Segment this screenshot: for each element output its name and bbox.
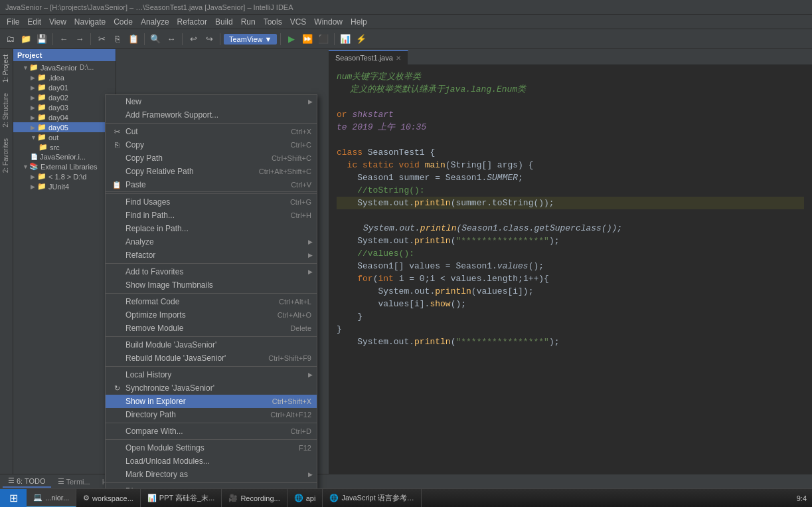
toolbar-save[interactable]: 💾 (35, 32, 49, 47)
menu-item-refactor[interactable]: Refactor (106, 249, 317, 262)
menu-navigate[interactable]: Navigate (70, 16, 110, 28)
toolbar-paste[interactable]: 📋 (126, 32, 141, 47)
menu-item-add-favorites[interactable]: Add to Favorites (106, 265, 317, 278)
toolbar-find[interactable]: 🔍 (148, 32, 163, 47)
tab-project[interactable]: 1: Project (0, 49, 13, 88)
menu-item-load-modules[interactable]: Load/Unload Modules... (106, 455, 317, 468)
code-line-4: or shkstart (337, 108, 804, 121)
toolbar-replace[interactable]: ↔ (164, 32, 179, 47)
toolbar-debug[interactable]: ⏩ (300, 32, 315, 47)
windows-start-button[interactable]: ⊞ (0, 489, 27, 508)
menu-item-compare-with[interactable]: Compare With... Ctrl+D (106, 425, 317, 438)
menu-item-new[interactable]: New (106, 95, 317, 108)
menu-build[interactable]: Build (211, 16, 237, 28)
taskbar-item-javassenior[interactable]: 💻 ...nior... (27, 489, 76, 508)
menu-item-reformat[interactable]: Reformat Code Ctrl+Alt+L (106, 295, 317, 308)
menu-item-find-usages[interactable]: Find Usages Ctrl+G (106, 195, 317, 209)
menu-item-rebuild-module[interactable]: Rebuild Module 'JavaSenior' Ctrl+Shift+F… (106, 352, 317, 365)
toolbar-coverage[interactable]: 📊 (338, 32, 353, 47)
tree-item-junit4[interactable]: ▶ 📁 JUnit4 (13, 181, 116, 191)
toolbar-new-project[interactable]: 🗂 (3, 32, 17, 47)
taskbar-item-workspace[interactable]: ⚙ workspace... (76, 489, 141, 508)
rebuild-shortcut: Ctrl+Shift+F9 (268, 354, 311, 362)
tree-item-day02[interactable]: ▶ 📁 day02 (13, 92, 116, 102)
new-label: New (125, 97, 311, 106)
menu-item-copy-relative-path[interactable]: Copy Relative Path Ctrl+Alt+Shift+C (106, 165, 317, 178)
menu-item-cut[interactable]: ✂ Cut Ctrl+X (106, 125, 317, 138)
toolbar-undo[interactable]: ↩ (186, 32, 201, 47)
menu-item-add-framework[interactable]: Add Framework Support... (106, 108, 317, 122)
code-text: values[i].show(); (337, 298, 466, 310)
menu-window[interactable]: Window (310, 16, 347, 28)
menu-item-find-in-path[interactable]: Find in Path... Ctrl+H (106, 209, 317, 222)
menu-item-show-explorer[interactable]: Show in Explorer Ctrl+Shift+X (106, 395, 317, 408)
tree-item-javassenior-iml[interactable]: 📄 JavaSenior.i... (13, 152, 116, 161)
tree-item-idea[interactable]: ▶ 📁 .idea (13, 72, 116, 82)
taskbar-item-ppt[interactable]: 📊 PPT 高硅谷_末... (141, 489, 222, 508)
toolbar-back[interactable]: ← (56, 32, 71, 47)
tree-item-day03[interactable]: ▶ 📁 day03 (13, 102, 116, 112)
tab-close-button[interactable]: ✕ (396, 54, 401, 62)
toolbar-open[interactable]: 📁 (19, 32, 33, 47)
menu-item-local-history[interactable]: Local History (106, 368, 317, 381)
menu-item-analyze[interactable]: Analyze (106, 235, 317, 249)
menu-item-replace-in-path[interactable]: Replace in Path... (106, 222, 317, 235)
menu-item-copy-path[interactable]: Copy Path Ctrl+Shift+C (106, 152, 317, 165)
taskbar-item-recording[interactable]: 🎥 Recording... (222, 489, 287, 508)
menu-tools[interactable]: Tools (260, 16, 286, 28)
toolbar: 🗂 📁 💾 ← → ✂ ⎘ 📋 🔍 ↔ ↩ ↪ TeamView ▼ ▶ ⏩ ⬛… (0, 29, 812, 49)
menu-item-optimize-imports[interactable]: Optimize Imports Ctrl+Alt+O (106, 308, 317, 322)
toolbar-run[interactable]: ▶ (284, 32, 299, 47)
taskbar-item-javascript[interactable]: 🌐 JavaScript 语言参考… (323, 489, 421, 508)
menu-item-paste[interactable]: 📋 Paste Ctrl+V (106, 178, 317, 192)
tab-structure[interactable]: 2: Structure (0, 88, 13, 133)
menu-item-remove-module[interactable]: Remove Module Delete (106, 322, 317, 335)
taskbar-item-api[interactable]: 🌐 api (287, 489, 323, 508)
toolbar-redo[interactable]: ↪ (202, 32, 216, 47)
toolbar-cut[interactable]: ✂ (94, 32, 109, 47)
menu-vcs[interactable]: VCS (286, 16, 311, 28)
add-framework-label: Add Framework Support... (125, 110, 311, 120)
menu-item-mark-directory[interactable]: Mark Directory as (106, 468, 317, 481)
tree-item-external-libs[interactable]: ▼ 📚 External Libraries (13, 161, 116, 171)
menu-item-copy[interactable]: ⎘ Copy Ctrl+C (106, 138, 317, 152)
menu-view[interactable]: View (45, 16, 70, 28)
tab-terminal[interactable]: ☰ Termi... (52, 476, 96, 487)
menu-edit[interactable]: Edit (23, 16, 45, 28)
project-panel: Project ▼ 📁 JavaSenior D:\... ▶ 📁 .idea (13, 49, 116, 488)
tab-todo[interactable]: ☰ 6: TODO (3, 475, 51, 488)
tab-favorites[interactable]: 2: Favorites (0, 133, 13, 178)
menu-item-build-module[interactable]: Build Module 'JavaSenior' (106, 338, 317, 352)
menu-analyze[interactable]: Analyze (137, 16, 173, 28)
toolbar-stop[interactable]: ⬛ (316, 32, 331, 47)
editor-tab-seasontest1[interactable]: SeasonTest1.java ✕ (329, 50, 408, 64)
tree-item-jdk18[interactable]: ▶ 📁 < 1.8 > D:\d (13, 171, 116, 181)
context-menu: New Add Framework Support... ✂ Cut Ctrl+… (105, 94, 317, 507)
arrow: ▶ (31, 183, 37, 190)
toolbar-profile[interactable]: ⚡ (354, 32, 368, 47)
menu-code[interactable]: Code (110, 16, 137, 28)
toolbar-copy[interactable]: ⎘ (110, 32, 125, 47)
menu-item-synchronize[interactable]: ↻ Synchronize 'JavaSenior' (106, 381, 317, 395)
menu-item-show-thumbnails[interactable]: Show Image Thumbnails (106, 278, 317, 292)
menu-file[interactable]: File (3, 16, 23, 28)
menu-help[interactable]: Help (347, 16, 371, 28)
tree-item-day05[interactable]: ▶ 📁 day05 (13, 122, 116, 132)
tree-item-out[interactable]: ▼ 📁 out (13, 132, 116, 142)
menu-item-directory-path[interactable]: Directory Path Ctrl+Alt+F12 (106, 408, 317, 421)
menu-refactor[interactable]: Refactor (173, 16, 211, 28)
code-line-5: te 2019 上午 10:35 (337, 121, 804, 134)
code-area[interactable]: num关键字定义枚举类 定义的枚举类默认继承于java.lang.Enum类 o… (329, 65, 812, 488)
tree-item-src[interactable]: 📁 src (13, 142, 116, 152)
code-line-22: System.out.println("****************"); (337, 336, 804, 348)
tree-item-day01[interactable]: ▶ 📁 day01 (13, 82, 116, 92)
task-icon: 🌐 (329, 494, 339, 502)
tree-item-day04[interactable]: ▶ 📁 day04 (13, 112, 116, 122)
toolbar-forward[interactable]: → (72, 32, 87, 47)
tree-root-javassenior[interactable]: ▼ 📁 JavaSenior D:\... (13, 62, 116, 72)
editor-area: SeasonTest1.java ✕ num关键字定义枚举类 定义的枚举类默认继… (329, 49, 812, 488)
menu-run[interactable]: Run (237, 16, 260, 28)
menu-item-module-settings[interactable]: Open Module Settings F12 (106, 441, 317, 455)
code-text: System.out.println(summer.toString()); (337, 197, 554, 209)
teamview-button[interactable]: TeamView ▼ (224, 34, 277, 45)
